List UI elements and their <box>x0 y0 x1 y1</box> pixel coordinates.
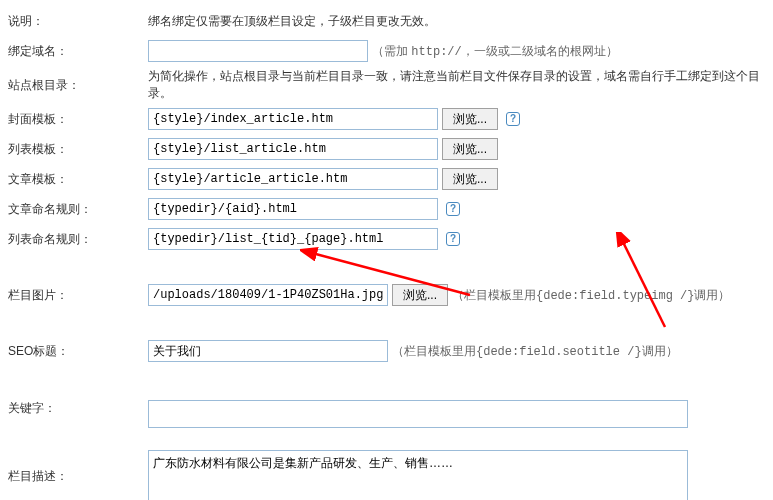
explain-text: 绑名绑定仅需要在顶级栏目设定，子级栏目更改无效。 <box>148 13 765 30</box>
desc-label: 栏目描述： <box>8 450 148 485</box>
list-tpl-label: 列表模板： <box>8 141 148 158</box>
list-rule-label: 列表命名规则： <box>8 231 148 248</box>
help-icon[interactable]: ? <box>446 202 460 216</box>
seo-title-hint: （栏目模板里用{dede:field.seotitle /}调用） <box>392 343 678 360</box>
cover-tpl-input[interactable] <box>148 108 438 130</box>
desc-input[interactable] <box>148 450 688 500</box>
site-root-label: 站点根目录： <box>8 77 148 94</box>
article-tpl-label: 文章模板： <box>8 171 148 188</box>
list-tpl-browse-button[interactable]: 浏览... <box>442 138 498 160</box>
bind-domain-input[interactable] <box>148 40 368 62</box>
cover-tpl-browse-button[interactable]: 浏览... <box>442 108 498 130</box>
col-image-hint: （栏目模板里用{dede:field.typeimg /}调用） <box>452 287 730 304</box>
article-rule-label: 文章命名规则： <box>8 201 148 218</box>
bind-domain-label: 绑定域名： <box>8 43 148 60</box>
article-tpl-input[interactable] <box>148 168 438 190</box>
col-image-browse-button[interactable]: 浏览... <box>392 284 448 306</box>
col-image-input[interactable] <box>148 284 388 306</box>
help-icon[interactable]: ? <box>446 232 460 246</box>
article-rule-input[interactable] <box>148 198 438 220</box>
cover-tpl-label: 封面模板： <box>8 111 148 128</box>
col-image-label: 栏目图片： <box>8 287 148 304</box>
keywords-input[interactable] <box>148 400 688 428</box>
list-tpl-input[interactable] <box>148 138 438 160</box>
explain-label: 说明： <box>8 13 148 30</box>
help-icon[interactable]: ? <box>506 112 520 126</box>
keywords-label: 关键字： <box>8 400 148 417</box>
list-rule-input[interactable] <box>148 228 438 250</box>
article-tpl-browse-button[interactable]: 浏览... <box>442 168 498 190</box>
site-root-text: 为简化操作，站点根目录与当前栏目目录一致，请注意当前栏目文件保存目录的设置，域名… <box>148 68 765 102</box>
seo-title-label: SEO标题： <box>8 343 148 360</box>
bind-domain-hint: （需加 http://，一级或二级域名的根网址） <box>372 43 618 60</box>
seo-title-input[interactable] <box>148 340 388 362</box>
